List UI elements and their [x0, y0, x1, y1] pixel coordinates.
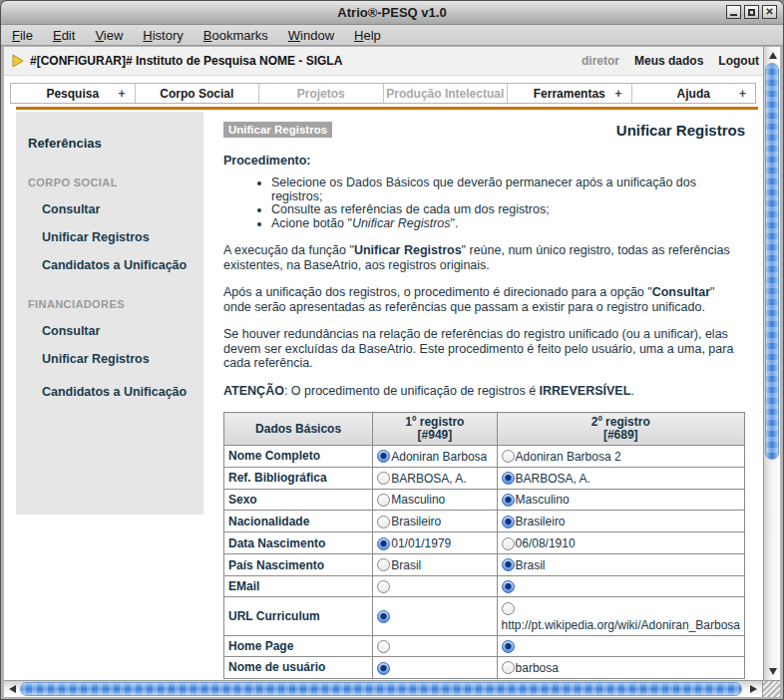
scroll-left-button[interactable] — [5, 682, 19, 696]
plus-icon[interactable]: + — [118, 87, 125, 101]
sidebar-item-candidatos-unificacao[interactable]: Candidatos a Unificação — [42, 258, 203, 272]
window-titlebar: Atrio®-PESQ v1.0 — [1, 1, 783, 25]
scroll-up-button[interactable] — [765, 48, 780, 63]
tab-ferramentas[interactable]: Ferramentas + — [507, 84, 631, 103]
logout-link[interactable]: Logout — [718, 54, 759, 68]
option-cell — [373, 597, 497, 635]
accent-divider — [16, 107, 758, 110]
option-cell: Adoniran Barbosa — [373, 446, 497, 468]
app-window: Atrio®-PESQ v1.0 File Edit View History … — [0, 0, 784, 700]
step-text-italic: Unificar Registros — [352, 216, 451, 230]
resize-grip[interactable] — [762, 681, 780, 697]
sidebar-title: Referências — [28, 136, 203, 151]
main-nav-tabs: Pesquisa + Corpo Social Projetos Produçã… — [10, 83, 756, 104]
plus-icon[interactable]: + — [739, 87, 746, 101]
row-label: Nacionalidade — [224, 511, 373, 532]
menu-window[interactable]: Window — [288, 28, 334, 43]
row-label: URL Curriculum — [224, 597, 373, 635]
main-content: Unificar Registros Unificar Registros Pr… — [223, 122, 745, 680]
sidebar: Referências CORPO SOCIAL Consultar Unifi… — [16, 112, 203, 515]
radio-button[interactable] — [377, 516, 390, 528]
radio-button[interactable] — [377, 640, 390, 653]
menu-bar: File Edit View History Bookmarks Window … — [1, 25, 783, 46]
radio-button[interactable] — [377, 662, 390, 675]
sidebar-item-unificar-registros[interactable]: Unificar Registros — [42, 230, 203, 244]
text-bold: IRREVERSÍVEL — [540, 384, 631, 398]
radio-button[interactable] — [502, 450, 515, 463]
horizontal-scrollbar[interactable] — [4, 681, 762, 697]
text: Após a unificação dos registros, o proce… — [223, 285, 652, 299]
sidebar-item-consultar-fin[interactable]: Consultar — [42, 324, 203, 338]
scroll-down-button[interactable] — [765, 664, 780, 679]
option-cell: http://pt.wikipedia.org/wiki/Adoniran_Ba… — [497, 597, 744, 635]
option-value: Masculino — [391, 493, 445, 507]
radio-button[interactable] — [502, 602, 515, 615]
text-bold: Consultar — [652, 285, 710, 299]
window-title: Atrio®-PESQ v1.0 — [337, 5, 446, 20]
plus-icon[interactable]: + — [614, 87, 621, 101]
table-row: Home Page — [224, 635, 745, 656]
procedure-step: Acione botão "Unificar Registros". — [271, 217, 745, 231]
tab-label: Projetos — [297, 87, 345, 101]
col-header-dados-basicos: Dados Básicos — [224, 413, 373, 446]
option-cell: barbosa — [497, 656, 744, 678]
option-cell: Masculino — [497, 489, 744, 511]
radio-button[interactable] — [502, 640, 515, 653]
tab-pesquisa[interactable]: Pesquisa + — [11, 84, 135, 103]
radio-button[interactable] — [377, 494, 390, 507]
radio-button[interactable] — [502, 580, 515, 593]
vertical-scrollbar-thumb[interactable] — [765, 63, 779, 460]
radio-button[interactable] — [502, 661, 515, 674]
option-value: Brasil — [391, 558, 421, 572]
tab-corpo-social[interactable]: Corpo Social — [135, 84, 259, 103]
close-button[interactable] — [762, 5, 777, 19]
option-cell: 06/08/1910 — [497, 532, 744, 554]
menu-bookmarks[interactable]: Bookmarks — [203, 28, 268, 43]
sidebar-item-candidatos-unificacao-fin[interactable]: Candidatos a Unificação — [42, 385, 203, 399]
col-header-id: [#689] — [500, 429, 742, 442]
option-cell — [497, 575, 744, 596]
menu-view[interactable]: View — [95, 28, 123, 43]
radio-button[interactable] — [502, 537, 515, 550]
sidebar-item-unificar-registros-fin[interactable]: Unificar Registros — [42, 352, 203, 366]
paragraph-3: Se houver redundâncias na relação de ref… — [223, 327, 745, 371]
radio-button[interactable] — [502, 516, 515, 528]
option-cell: Brasil — [497, 554, 744, 576]
meus-dados-link[interactable]: Meus dados — [634, 54, 703, 68]
radio-button[interactable] — [502, 472, 515, 485]
tab-ajuda[interactable]: Ajuda + — [631, 84, 756, 103]
radio-button[interactable] — [502, 558, 515, 571]
option-cell: Brasileiro — [373, 511, 497, 532]
row-label: Data Nascimento — [224, 532, 373, 554]
maximize-button[interactable] — [744, 5, 759, 19]
tab-label: Pesquisa — [46, 87, 99, 101]
option-cell: BARBOSA, A. — [373, 467, 497, 489]
tab-label: Produção Intelectual — [386, 87, 504, 101]
menu-history[interactable]: History — [143, 28, 183, 43]
radio-button[interactable] — [377, 580, 390, 593]
horizontal-scrollbar-thumb[interactable] — [20, 682, 742, 696]
scroll-right-button[interactable] — [746, 682, 760, 696]
vertical-scrollbar[interactable] — [763, 47, 780, 680]
radio-button[interactable] — [377, 472, 390, 485]
option-value: BARBOSA, A. — [391, 472, 466, 486]
radio-button[interactable] — [377, 537, 390, 550]
radio-button[interactable] — [502, 494, 515, 507]
text-bold: ATENÇÃO — [223, 384, 284, 398]
paragraph-2: Após a unificação dos registros, o proce… — [223, 285, 745, 314]
menu-edit[interactable]: Edit — [53, 28, 75, 43]
minimize-button[interactable] — [726, 5, 741, 19]
radio-button[interactable] — [377, 610, 390, 623]
step-text: Acione botão " — [271, 216, 352, 230]
procedure-step: Selecione os Dados Básicos que deverão p… — [271, 176, 745, 203]
menu-help[interactable]: Help — [354, 28, 381, 43]
institution-title: #[CONFIGURAR]# Instituto de Pesquisa NOM… — [30, 54, 582, 68]
menu-file[interactable]: File — [12, 28, 33, 43]
sidebar-item-consultar[interactable]: Consultar — [42, 202, 203, 216]
radio-button[interactable] — [377, 450, 390, 463]
table-row: URL Curriculum http://pt.wikipedia.org/w… — [224, 597, 745, 635]
radio-button[interactable] — [377, 558, 390, 571]
table-row: País Nascimento Brasil Brasil — [224, 554, 745, 576]
tab-projetos: Projetos — [258, 84, 383, 103]
procedure-step: Consulte as referências de cada um dos r… — [271, 203, 745, 217]
